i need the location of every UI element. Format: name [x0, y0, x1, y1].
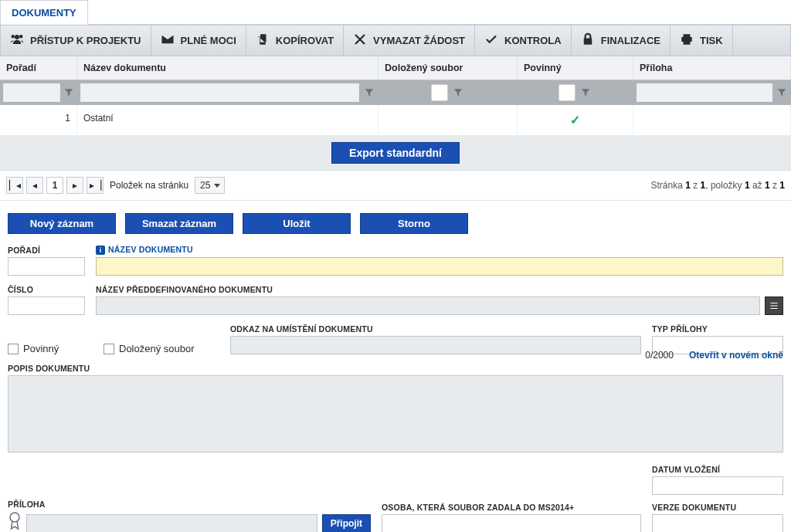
filter-nazev[interactable]: [80, 83, 359, 102]
grid-body: 1 Ostatní ✓: [0, 105, 791, 136]
checkbox-povinny[interactable]: Povinný: [8, 343, 93, 354]
col-header-nazev[interactable]: Název dokumentu: [77, 56, 379, 80]
tab-documents[interactable]: DOKUMENTY: [0, 0, 88, 25]
pager-last[interactable]: ▸▕: [87, 177, 104, 194]
textarea-popis[interactable]: [8, 375, 783, 452]
grid-footer: Export standardní: [0, 136, 791, 171]
toolbar-poa[interactable]: PLNÉ MOCI: [151, 25, 246, 56]
per-page-label: Položek na stránku: [110, 180, 188, 191]
input-predef: [96, 296, 760, 315]
cell-dolozeny: [379, 105, 518, 135]
seal-icon: [8, 511, 22, 532]
save-button[interactable]: Uložit: [243, 213, 351, 234]
toolbar-finalize[interactable]: FINALIZACE: [572, 25, 670, 56]
toolbar-check[interactable]: KONTROLA: [475, 25, 572, 56]
mail-icon: [161, 32, 175, 49]
label-verze: VERZE DOKUMENTU: [652, 503, 783, 512]
label-poradi: POŘADÍ: [8, 246, 85, 255]
copy-icon: [256, 32, 270, 49]
check-icon: ✓: [524, 113, 626, 127]
toolbar-print[interactable]: TISK: [670, 25, 733, 56]
char-counter: 0/2000: [645, 350, 674, 361]
toolbar-delete[interactable]: VYMAZAT ŽÁDOST: [344, 25, 475, 56]
svg-point-0: [10, 513, 19, 522]
input-verze: [652, 514, 783, 532]
col-header-priloha[interactable]: Příloha: [633, 56, 791, 80]
col-header-dolozeny[interactable]: Doložený soubor: [379, 56, 518, 80]
filter-icon[interactable]: [362, 83, 375, 102]
col-header-povinny[interactable]: Povinný: [518, 56, 633, 80]
toolbar-access[interactable]: PŘÍSTUP K PROJEKTU: [1, 25, 151, 56]
label-predef: NÁZEV PŘEDDEFINOVANÉHO DOKUMENTU: [96, 285, 783, 294]
toolbar-copy[interactable]: KOPÍROVAT: [246, 25, 344, 56]
close-icon: [353, 32, 367, 49]
label-datum: DATUM VLOŽENÍ: [652, 465, 783, 474]
per-page-select[interactable]: 25: [195, 177, 225, 194]
info-icon: i: [96, 246, 105, 255]
cell-poradi: 1: [0, 105, 77, 135]
action-row: Nový záznam Smazat záznam Uložit Storno: [0, 201, 791, 240]
input-cislo[interactable]: [8, 296, 85, 315]
pager-summary: Stránka 1 z 1, položky 1 až 1 z 1: [650, 180, 785, 191]
label-popis: POPIS DOKUMENTU: [8, 364, 783, 373]
input-nazev[interactable]: [96, 257, 783, 276]
filter-poradi[interactable]: [3, 83, 60, 102]
check-icon: [484, 32, 498, 49]
pager-page[interactable]: 1: [46, 177, 63, 194]
lock-icon: [581, 32, 595, 49]
delete-record-button[interactable]: Smazat záznam: [125, 213, 233, 234]
pager-first[interactable]: ▏◂: [6, 177, 23, 194]
filter-icon[interactable]: [63, 83, 74, 102]
input-priloha-file: [26, 514, 317, 532]
cancel-button[interactable]: Storno: [360, 213, 468, 234]
lookup-button[interactable]: [765, 296, 783, 315]
filter-dolozeny-checkbox[interactable]: [431, 84, 448, 101]
input-odkaz[interactable]: [230, 336, 641, 354]
label-osoba: OSOBA, KTERÁ SOUBOR ZADALA DO MS2014+: [382, 503, 641, 512]
filter-icon[interactable]: [451, 83, 465, 102]
export-button[interactable]: Export standardní: [331, 142, 460, 164]
pager-next[interactable]: ▸: [66, 177, 83, 194]
cell-priloha: [633, 105, 791, 135]
attach-button[interactable]: Připojit: [322, 514, 371, 532]
cell-nazev: Ostatní: [77, 105, 379, 135]
pager-prev[interactable]: ◂: [26, 177, 43, 194]
cell-povinny: ✓: [518, 105, 633, 135]
form: POŘADÍ iNÁZEV DOKUMENTU ČÍSLO NÁZEV PŘED…: [0, 240, 791, 532]
filter-priloha[interactable]: [637, 83, 772, 102]
input-poradi[interactable]: [8, 257, 85, 276]
toolbar: PŘÍSTUP K PROJEKTU PLNÉ MOCI KOPÍROVAT V…: [0, 25, 791, 56]
label-nazev: iNÁZEV DOKUMENTU: [96, 245, 783, 255]
grid-header: Pořadí Název dokumentu Doložený soubor P…: [0, 56, 791, 80]
grid-filter-row: [0, 80, 791, 105]
print-icon: [680, 32, 694, 49]
label-priloha: PŘÍLOHA: [8, 500, 371, 509]
input-osoba: [382, 514, 641, 532]
new-record-button[interactable]: Nový záznam: [8, 213, 116, 234]
label-typ: TYP PŘÍLOHY: [652, 324, 783, 334]
col-header-poradi[interactable]: Pořadí: [0, 56, 77, 80]
pager: ▏◂ ◂ 1 ▸ ▸▕ Položek na stránku 25 Stránk…: [0, 171, 791, 201]
checkbox-dolozeny[interactable]: Doložený soubor: [104, 343, 219, 354]
filter-povinny-checkbox[interactable]: [558, 84, 575, 101]
people-icon: [10, 32, 24, 49]
tab-bar: DOKUMENTY: [0, 0, 791, 25]
open-new-window-link[interactable]: Otevřít v novém okně: [689, 350, 783, 361]
input-datum: [652, 476, 783, 495]
table-row[interactable]: 1 Ostatní ✓: [0, 105, 791, 136]
label-odkaz: ODKAZ NA UMÍSTĚNÍ DOKUMENTU: [230, 324, 641, 334]
filter-icon[interactable]: [776, 83, 788, 102]
label-cislo: ČÍSLO: [8, 285, 85, 294]
filter-icon[interactable]: [579, 83, 592, 102]
